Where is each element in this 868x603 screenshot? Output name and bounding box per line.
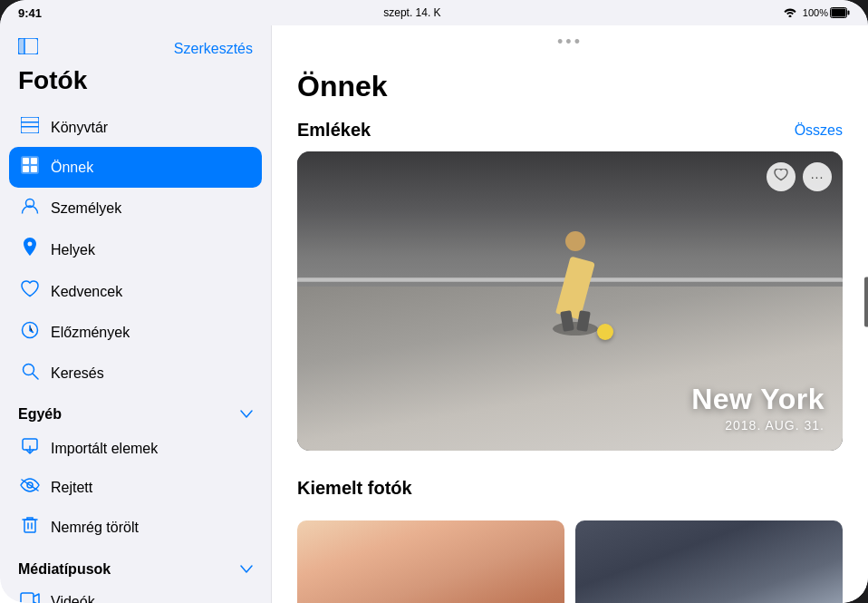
foryou-icon [20,156,40,179]
library-icon [20,117,40,138]
heart-button[interactable] [767,162,796,191]
emlekek-heading: Emlékek [297,120,371,141]
svg-rect-8 [21,126,39,128]
nav-label-nemreg: Nemrég törölt [51,520,139,536]
nav-item-videok[interactable]: Videók [9,583,262,603]
mediatipusok-chevron-icon [240,562,253,577]
nav-item-importalt[interactable]: Importált elemek [9,428,262,469]
nav-label-rejtett: Rejtett [51,480,92,496]
svg-rect-11 [31,158,37,164]
memory-card-actions: ··· [767,162,832,191]
battery-icon: 100% [803,7,850,18]
memory-card[interactable]: ··· New York 2018. AUG. 31. [297,151,843,451]
sidebar-app-title: Fotók [0,66,271,108]
photo-ball [597,324,613,340]
thumb-portrait-bg [297,520,564,603]
featured-section-header: Kiemelt fotók [297,478,843,510]
featured-thumb-1[interactable] [297,520,564,603]
egyeb-section-header[interactable]: Egyéb [0,394,271,428]
egyeb-title: Egyéb [18,406,62,423]
nav-item-nemreg[interactable]: Nemrég törölt [9,506,262,549]
egyeb-chevron-icon [240,407,253,422]
svg-rect-7 [21,122,39,123]
nav-label-onnek: Önnek [51,160,93,176]
video-icon [20,592,40,603]
places-icon [20,238,40,262]
featured-section: Kiemelt fotók [297,478,843,603]
dots-menu-bar: ••• [272,25,868,55]
sidebar-header: Szerkesztés [0,25,271,66]
nav-label-videok: Videók [51,594,95,604]
nav-label-importalt: Importált elemek [51,441,158,457]
more-options-button[interactable]: ··· [803,162,832,191]
main-nav: Könyvtár Önnek Személyek [0,108,271,394]
svg-rect-4 [18,38,24,54]
memory-date: 2018. AUG. 31. [691,418,825,433]
emlekek-section-header: Emlékek Összes [297,120,843,141]
home-button[interactable] [864,277,868,326]
more-options-icon[interactable]: ••• [557,33,583,52]
memory-city: New York [691,383,825,416]
deleted-icon [20,515,40,540]
nav-item-kedvencek[interactable]: Kedvencek [9,271,262,312]
people-icon [20,197,40,219]
nav-label-konyvtar: Könyvtár [51,120,108,136]
nav-item-konyvtar[interactable]: Könyvtár [9,108,262,147]
wifi-icon [783,6,797,20]
mediatipusok-section-header[interactable]: Médiatípusok [0,549,271,583]
nav-label-kedvencek: Kedvencek [51,284,122,300]
nav-label-helyek: Helyek [51,242,95,258]
nav-item-onnek[interactable]: Önnek [9,147,262,188]
nav-item-helyek[interactable]: Helyek [9,229,262,271]
nav-item-kereses[interactable]: Keresés [9,353,262,394]
heart-icon [774,169,788,185]
sidebar: Szerkesztés Fotók Könyvtár Önnek [0,25,272,603]
svg-rect-25 [21,593,34,603]
memory-card-info: New York 2018. AUG. 31. [691,383,825,433]
svg-rect-12 [23,166,29,172]
emlekek-all-link[interactable]: Összes [795,122,843,139]
edit-button[interactable]: Szerkesztés [174,41,253,57]
recents-icon [20,321,40,344]
nav-item-rejtett[interactable]: Rejtett [9,469,262,506]
status-time: 9:41 [18,6,42,20]
svg-rect-13 [31,166,37,172]
ellipsis-icon: ··· [811,170,825,184]
nav-label-elozmenyek: Előzmények [51,325,130,341]
featured-grid [297,520,843,603]
status-date: szept. 14. K [383,6,440,19]
egyeb-nav: Importált elemek Rejtett Nemrég törölt [0,428,271,549]
featured-thumb-2[interactable] [575,520,843,603]
featured-heading: Kiemelt fotók [297,478,412,499]
svg-rect-22 [24,520,35,532]
favorites-icon [20,280,40,303]
nav-item-elozmenyek[interactable]: Előzmények [9,312,262,353]
status-bar: 9:41 szept. 14. K 100% [0,0,868,25]
nav-label-kereses: Keresés [51,365,104,382]
nav-item-szemelyek[interactable]: Személyek [9,188,262,229]
search-icon [20,362,40,384]
svg-rect-10 [23,158,29,164]
nav-label-szemelyek: Személyek [51,200,121,217]
mediatipusok-title: Médiatípusok [18,561,111,578]
status-right-icons: 100% [783,6,850,20]
thumb-storm-bg [575,520,843,603]
photo-person [548,231,603,331]
svg-rect-1 [847,11,849,15]
sidebar-toggle-icon[interactable] [18,38,38,59]
svg-rect-2 [831,9,845,17]
import-icon [20,437,40,460]
svg-rect-6 [21,117,39,133]
svg-line-17 [33,374,38,379]
hidden-icon [20,478,40,497]
mediatipusok-nav: Videók Szelfik Live Photos [0,583,271,603]
page-title: Önnek [297,70,843,103]
